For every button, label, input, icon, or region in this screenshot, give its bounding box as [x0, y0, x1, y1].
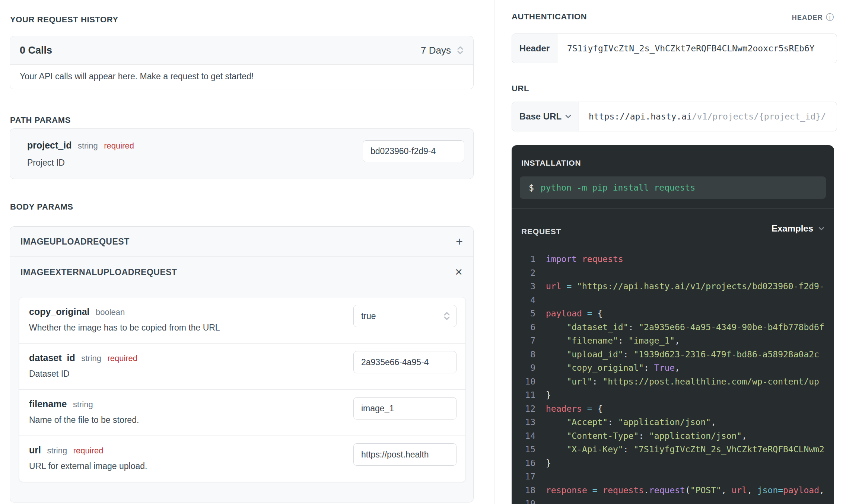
- line-number: 13: [521, 415, 535, 429]
- chevron-down-icon: [818, 227, 824, 230]
- field-row-copy-original: copy_original boolean Whether the image …: [19, 297, 465, 343]
- line-number: 3: [521, 280, 535, 293]
- authentication-title: AUTHENTICATION: [512, 12, 587, 22]
- code-line: 7 "filename": "image_1",: [521, 334, 834, 348]
- code-line-content: "X-Api-Key": "7S1iyfgIVcZtN_2s_VhCZkt7eR…: [546, 443, 834, 456]
- examples-dropdown[interactable]: Examples: [772, 223, 824, 234]
- installation-title: INSTALLATION: [521, 159, 581, 168]
- plus-icon[interactable]: +: [456, 236, 463, 248]
- code-line-content: import requests: [546, 252, 834, 266]
- code-line: 5payload = {: [521, 307, 834, 320]
- line-number: 6: [521, 320, 535, 334]
- info-circle-icon[interactable]: ⓘ: [826, 13, 834, 22]
- code-line-content: url = "https://api.hasty.ai/v1/projects/…: [546, 280, 834, 293]
- code-line: 2: [521, 266, 834, 280]
- base-url-box: Base URL https://api.hasty.ai/v1/project…: [512, 102, 837, 131]
- auth-key-input[interactable]: 7S1iyfgIVcZtN_2s_VhCZkt7eRQFB4CLNwm2ooxc…: [557, 34, 815, 63]
- base-url-host: https://api.hasty.ai: [589, 112, 692, 121]
- code-line-content: }: [546, 456, 834, 470]
- copy-original-select[interactable]: true: [353, 305, 457, 327]
- code-line: 18response = requests.request("POST", ur…: [521, 484, 834, 497]
- base-url-label: Base URL: [519, 111, 562, 122]
- code-line: 12headers = {: [521, 402, 834, 416]
- project-id-input[interactable]: bd023960-f2d9-4: [363, 140, 464, 162]
- base-url-select[interactable]: Base URL: [512, 102, 579, 131]
- request-history-title: YOUR REQUEST HISTORY: [10, 15, 118, 25]
- schema-row-imageuploadrequest[interactable]: IMAGEUPLOADREQUEST +: [10, 227, 473, 256]
- request-history-empty-state: Your API calls will appear here. Make a …: [10, 65, 473, 89]
- line-number: 18: [521, 484, 535, 497]
- auth-key-value: 7S1iyfgIVcZtN_2s_VhCZkt7eRQFB4CLNwm2ooxc…: [567, 44, 815, 53]
- dataset-id-value: 2a935e66-4a95-4: [361, 357, 429, 367]
- code-line: 13 "Accept": "application/json",: [521, 415, 834, 429]
- line-number: 14: [521, 429, 535, 443]
- close-icon[interactable]: ✕: [455, 267, 463, 277]
- filename-input[interactable]: image_1: [353, 397, 457, 420]
- code-line-content: [546, 470, 834, 484]
- base-url-path: /v1/projects/{project_id}/: [692, 112, 826, 121]
- schema-name: IMAGEEXTERNALUPLOADREQUEST: [20, 267, 177, 277]
- filename-value: image_1: [361, 403, 394, 414]
- code-line: 16}: [521, 456, 834, 470]
- code-line-content: [546, 293, 834, 307]
- code-line: 10 "url": "https://post.healthline.com/w…: [521, 375, 834, 389]
- request-history-card: 0 Calls 7 Days Your API calls will appea…: [10, 36, 474, 89]
- field-required-badge: required: [107, 354, 137, 363]
- line-number: 10: [521, 375, 535, 389]
- calls-count: 0 Calls: [20, 45, 52, 56]
- code-line: 9 "copy_original": True,: [521, 361, 834, 375]
- code-line-content: "filename": "image_1",: [546, 334, 834, 348]
- chevron-down-icon: [565, 115, 571, 118]
- line-number: 8: [521, 348, 535, 361]
- auth-key-label-cell: Header: [512, 34, 557, 63]
- code-line: 6 "dataset_id": "2a935e66-4a95-4349-90be…: [521, 320, 834, 334]
- project-id-value: bd023960-f2d9-4: [370, 146, 436, 156]
- url-value: https://post.health: [361, 450, 429, 460]
- period-select[interactable]: 7 Days: [421, 45, 464, 56]
- field-row-dataset-id: dataset_id string required Dataset ID 2a…: [19, 343, 465, 389]
- code-block: 1import requests23url = "https://api.has…: [521, 252, 834, 504]
- field-required-badge: required: [73, 446, 104, 455]
- line-number: 12: [521, 402, 535, 416]
- code-line-content: [546, 497, 834, 504]
- code-line-content: "upload_id": "1939d623-2316-479f-bd86-a5…: [546, 348, 834, 361]
- url-input[interactable]: https://post.health: [353, 443, 457, 466]
- param-header: project_id string required: [27, 140, 134, 151]
- line-number: 17: [521, 470, 535, 484]
- field-name: url: [29, 445, 41, 455]
- schema-row-imageexternaluploadrequest[interactable]: IMAGEEXTERNALUPLOADREQUEST ✕: [10, 256, 473, 287]
- empty-message: Your API calls will appear here. Make a …: [20, 71, 254, 81]
- line-number: 4: [521, 293, 535, 307]
- examples-label: Examples: [772, 223, 813, 234]
- code-line-content: response = requests.request("POST", url,…: [546, 484, 834, 497]
- copy-original-value: true: [361, 311, 376, 321]
- auth-mode-indicator[interactable]: HEADER ⓘ: [792, 13, 834, 22]
- field-name: filename: [29, 399, 67, 409]
- field-type: string: [81, 354, 101, 363]
- path-params-title: PATH PARAMS: [10, 115, 71, 125]
- line-number: 16: [521, 456, 535, 470]
- install-command-box[interactable]: $ python -m pip install requests: [520, 176, 826, 199]
- code-line: 3url = "https://api.hasty.ai/v1/projects…: [521, 280, 834, 293]
- code-line: 15 "X-Api-Key": "7S1iyfgIVcZtN_2s_VhCZkt…: [521, 443, 834, 456]
- schema-name: IMAGEUPLOADREQUEST: [20, 237, 130, 247]
- line-number: 11: [521, 388, 535, 402]
- url-section-title: URL: [512, 84, 529, 93]
- line-number: 19: [521, 497, 535, 504]
- code-panel: INSTALLATION $ python -m pip install req…: [512, 145, 834, 504]
- code-line: 4: [521, 293, 834, 307]
- auth-key-box: Header 7S1iyfgIVcZtN_2s_VhCZkt7eRQFB4CLN…: [512, 34, 837, 63]
- field-type: string: [73, 400, 93, 409]
- chevron-updown-icon: [457, 45, 464, 55]
- column-divider: [494, 0, 494, 504]
- code-line-content: }: [546, 388, 834, 402]
- dataset-id-input[interactable]: 2a935e66-4a95-4: [353, 351, 457, 373]
- code-line-content: "dataset_id": "2a935e66-4a95-4349-90be-b…: [546, 320, 834, 334]
- line-number: 1: [521, 252, 535, 266]
- code-line-content: "Accept": "application/json",: [546, 415, 834, 429]
- param-type: string: [78, 141, 98, 150]
- install-command: python -m pip install requests: [541, 183, 695, 192]
- field-type: string: [47, 446, 67, 455]
- line-number: 5: [521, 307, 535, 320]
- code-line: 19: [521, 497, 834, 504]
